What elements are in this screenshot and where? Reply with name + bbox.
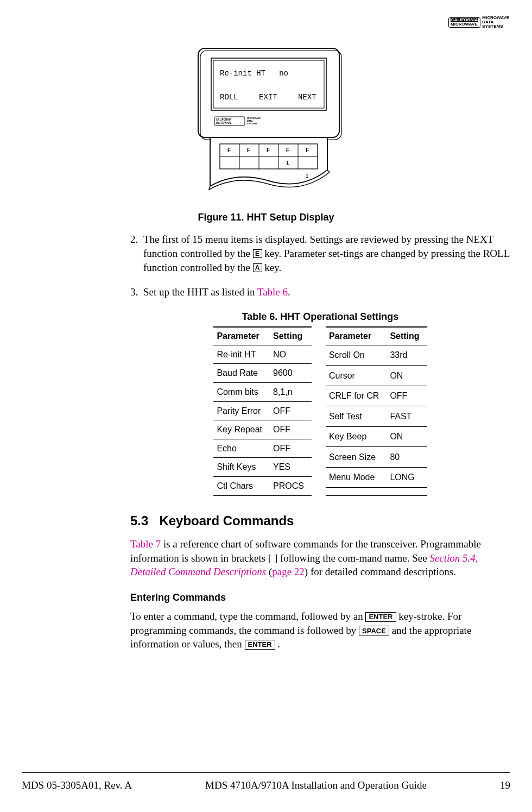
th-param: Parameter	[326, 327, 387, 345]
table-row: Baud Rate9600	[213, 364, 312, 383]
table-row: Ctl CharsPROCS	[213, 476, 312, 495]
step-3-text-b: .	[288, 286, 290, 298]
figure-11: Re-init HT no ROLL EXIT NEXT CALIFORNIA …	[22, 45, 510, 224]
screen-line-1: Re-init HT no	[220, 69, 288, 78]
svg-text:F: F	[267, 147, 270, 153]
link-page-22[interactable]: page 22	[272, 566, 305, 577]
step-2: 2. The first of 15 menu items is display…	[130, 232, 510, 274]
keycap-space: SPACE	[359, 626, 389, 635]
step-3-text-a: Set up the HHT as listed in	[143, 286, 257, 298]
logo-text-bottom: MICROWAVE	[451, 22, 478, 27]
link-table-7[interactable]: Table 7	[130, 538, 161, 550]
section-title: Keyboard Commands	[159, 513, 294, 528]
section-number: 5.3	[130, 513, 148, 528]
svg-text:SYSTEMS: SYSTEMS	[247, 122, 257, 125]
footer-left: MDS 05-3305A01, Rev. A	[22, 778, 132, 792]
table-row: Re-init HTNO	[213, 345, 312, 364]
table-row: EchoOFF	[213, 439, 312, 458]
page-footer: MDS 05-3305A01, Rev. A MDS 4710A/9710A I…	[22, 772, 510, 792]
table-row: CRLF for CROFF	[326, 386, 427, 406]
table-6: Parameter Setting Re-init HTNO Baud Rate…	[130, 326, 510, 495]
step-2-text-c: key.	[264, 262, 281, 273]
table-6-caption: Table 6. HHT Operational Settings	[130, 310, 510, 323]
page-header: CALIFORNIA MICROWAVE MICROWAVE DATA SYST…	[22, 11, 509, 29]
hht-device-illustration: Re-init HT no ROLL EXIT NEXT CALIFORNIA …	[182, 45, 350, 197]
keycap-a: A	[253, 263, 262, 272]
svg-text:F: F	[227, 147, 231, 153]
keycap-e: E	[253, 249, 262, 258]
svg-text:CALIFORNIA: CALIFORNIA	[216, 118, 232, 121]
table-row: Comm bits8,1,n	[213, 382, 312, 401]
table-row: Screen Size80	[326, 447, 427, 468]
keycap-enter: ENTER	[365, 612, 396, 622]
table-row: Shift KeysYES	[213, 458, 312, 477]
table-row: Self TestFAST	[326, 406, 427, 427]
footer-center: MDS 4710A/9710A Installation and Operati…	[205, 778, 427, 792]
table-row: Parity ErrorOFF	[213, 401, 312, 420]
keycap-enter-2: ENTER	[245, 640, 275, 650]
section-5-3-heading: 5.3 Keyboard Commands	[130, 512, 510, 530]
th-param: Parameter	[213, 327, 270, 345]
entering-commands-heading: Entering Commands	[130, 591, 510, 604]
logo-icon: CALIFORNIA MICROWAVE MICROWAVE DATA SYST…	[448, 16, 509, 29]
step-3-number: 3.	[130, 285, 138, 299]
screen-fn-mid: EXIT	[259, 93, 277, 102]
link-table-6[interactable]: Table 6	[257, 286, 288, 298]
step-2-number: 2.	[130, 232, 138, 247]
th-setting: Setting	[270, 327, 312, 345]
logo-right-3: SYSTEMS	[482, 24, 509, 29]
svg-text:F: F	[247, 147, 250, 153]
screen-fn-right: NEXT	[298, 93, 316, 102]
step-3: 3. Set up the HHT as listed in Table 6.	[130, 285, 510, 299]
figure-caption: Figure 11. HHT Setup Display	[22, 211, 510, 224]
svg-text:1: 1	[286, 160, 289, 166]
table-row: Key BeepON	[326, 426, 427, 447]
section-5-3-p1: Table 7 is a reference chart of software…	[130, 537, 510, 579]
footer-page-number: 19	[500, 778, 510, 792]
svg-text:F: F	[306, 147, 309, 153]
table-row	[326, 488, 427, 495]
table-6-left: Parameter Setting Re-init HTNO Baud Rate…	[213, 326, 312, 495]
table-row: Key RepeatOFF	[213, 420, 312, 439]
table-row: Scroll On33rd	[326, 345, 427, 366]
entering-commands-p: To enter a command, type the command, fo…	[130, 609, 510, 651]
svg-text:MICROWAVE: MICROWAVE	[216, 122, 232, 124]
th-setting: Setting	[387, 327, 427, 345]
table-6-right: Parameter Setting Scroll On33rd CursorON…	[326, 326, 427, 495]
svg-text:F: F	[286, 147, 289, 153]
screen-fn-left: ROLL	[220, 93, 238, 102]
svg-text:1: 1	[306, 173, 308, 179]
table-row: CursorON	[326, 366, 427, 386]
table-row: Menu ModeLONG	[326, 467, 427, 488]
